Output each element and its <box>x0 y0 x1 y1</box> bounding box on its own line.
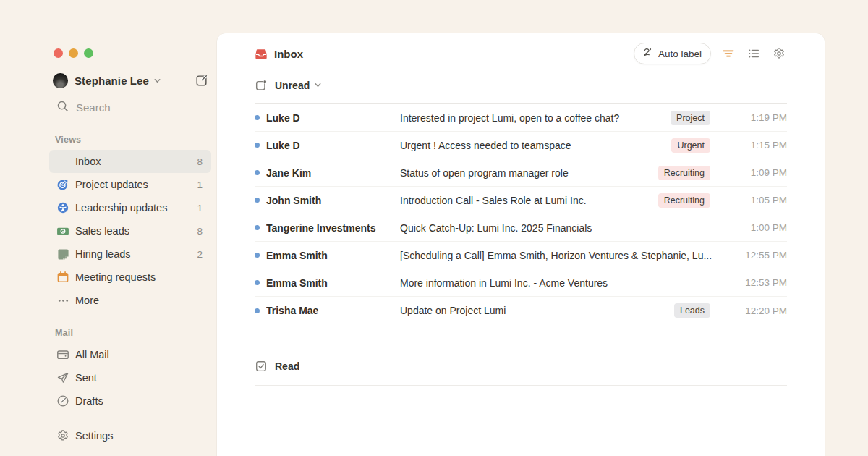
sidebar-item-label: Hiring leads <box>75 248 131 260</box>
sidebar-item-label: Sales leads <box>75 225 129 237</box>
sidebar-item-leadership-updates[interactable]: Leadership updates 1 <box>49 196 211 219</box>
inbox-tray-icon <box>56 155 69 168</box>
email-tag-badge: Project <box>671 111 710 125</box>
user-name: Stephanie Lee <box>75 75 149 87</box>
email-subject: More information in Lumi Inc. - Acme Ven… <box>400 277 722 289</box>
sidebar-item-inbox[interactable]: Inbox 8 <box>49 150 211 173</box>
note-icon <box>56 248 69 261</box>
email-sender: Luke D <box>266 140 400 151</box>
chevron-down-icon <box>314 79 322 92</box>
search-button[interactable]: Search <box>49 96 211 118</box>
app-window: Stephanie Lee Search Views Inbox 8 Proje… <box>0 0 868 456</box>
email-time: 12:55 PM <box>722 250 787 261</box>
email-time: 12:20 PM <box>722 305 787 316</box>
send-icon <box>56 371 69 384</box>
divider <box>255 385 787 386</box>
email-time: 1:00 PM <box>722 222 787 233</box>
email-time: 1:19 PM <box>722 112 787 123</box>
ellipsis-icon <box>56 294 69 307</box>
account-switcher[interactable]: Stephanie Lee <box>49 69 211 92</box>
email-sender: Luke D <box>266 112 400 124</box>
views-section-label: Views <box>55 135 211 145</box>
sidebar-item-all-mail[interactable]: All Mail <box>49 343 211 366</box>
item-count: 8 <box>197 226 203 237</box>
banknote-icon <box>56 224 69 237</box>
window-minimize-button[interactable] <box>69 48 78 58</box>
email-sender: Emma Smith <box>266 277 400 289</box>
item-count: 2 <box>197 249 203 260</box>
unread-group-header[interactable]: Unread <box>255 75 787 96</box>
email-row[interactable]: Tangerine Investments Quick Catch-Up: Lu… <box>255 214 787 242</box>
calendar-icon <box>56 271 69 284</box>
email-tag-badge: Recruiting <box>658 166 710 180</box>
sidebar-item-more[interactable]: More <box>49 289 211 312</box>
inbox-header: Inbox Auto label <box>255 33 787 74</box>
sidebar-item-label: All Mail <box>75 349 109 360</box>
chevron-down-icon <box>153 77 161 85</box>
sidebar-item-settings[interactable]: Settings <box>49 424 211 447</box>
unread-group-label: Unread <box>275 80 310 91</box>
sidebar-item-sent[interactable]: Sent <box>49 366 211 389</box>
email-row[interactable]: Luke D Urgent ! Access needed to teamspa… <box>255 132 787 159</box>
draft-icon <box>56 394 69 408</box>
unread-dot <box>255 198 260 203</box>
read-group-label: Read <box>275 360 299 372</box>
email-subject: Update on Project Lumi <box>400 305 674 316</box>
email-sender: Trisha Mae <box>266 305 400 316</box>
compose-icon[interactable] <box>192 71 211 90</box>
item-count: 8 <box>197 156 203 167</box>
email-time: 1:15 PM <box>722 140 787 151</box>
email-row[interactable]: Luke D Interested in project Lumi, open … <box>255 104 787 132</box>
email-row[interactable]: Emma Smith More information in Lumi Inc.… <box>255 269 787 297</box>
sidebar-item-sales-leads[interactable]: Sales leads 8 <box>49 219 211 242</box>
sidebar-item-hiring-leads[interactable]: Hiring leads 2 <box>49 242 211 266</box>
unread-dot <box>255 253 260 258</box>
sidebar-item-meeting-requests[interactable]: Meeting requests <box>49 266 211 289</box>
email-sender: Emma Smith <box>266 250 400 261</box>
avatar <box>53 73 68 88</box>
inbox-tray-icon <box>255 47 268 60</box>
email-tag-badge: Urgent <box>671 138 710 153</box>
window-close-button[interactable] <box>54 48 63 58</box>
page-title: Inbox <box>274 48 303 60</box>
auto-label-button[interactable]: Auto label <box>634 43 711 64</box>
divider <box>255 103 787 104</box>
unread-dot <box>255 170 260 175</box>
email-row[interactable]: Emma Smith [Scheduling a Call] Emma Smit… <box>255 242 787 269</box>
email-subject: Quick Catch-Up: Lumi Inc. 2025 Financial… <box>400 222 722 234</box>
unread-dot <box>255 225 260 230</box>
email-row[interactable]: Jane Kim Status of open program manager … <box>255 159 787 187</box>
email-tag-badge: Recruiting <box>658 193 710 208</box>
window-controls <box>54 48 211 58</box>
unread-dot <box>255 143 260 148</box>
unread-dot <box>255 115 260 120</box>
sidebar: Stephanie Lee Search Views Inbox 8 Proje… <box>0 0 217 456</box>
person-circle-icon <box>56 201 69 214</box>
filter-icon[interactable] <box>720 46 736 62</box>
views-list: Inbox 8 Project updates 1 Leadership upd… <box>49 150 211 312</box>
sidebar-item-label: Meeting requests <box>75 271 156 283</box>
window-zoom-button[interactable] <box>84 48 93 58</box>
sidebar-item-label: Sent <box>75 372 97 384</box>
list-icon[interactable] <box>746 46 762 62</box>
item-count: 1 <box>197 180 203 190</box>
email-row[interactable]: Trisha Mae Update on Project Lumi Leads … <box>255 297 787 324</box>
auto-label-text: Auto label <box>658 48 702 59</box>
email-row[interactable]: John Smith Introduction Call - Sales Rol… <box>255 187 787 214</box>
inbox-panel: Inbox Auto label Unread Luke D Intereste… <box>217 33 825 456</box>
read-group-header[interactable]: Read <box>255 356 787 376</box>
email-time: 1:09 PM <box>722 167 787 178</box>
sidebar-item-project-updates[interactable]: Project updates 1 <box>49 173 211 196</box>
sidebar-item-drafts[interactable]: Drafts <box>49 389 211 413</box>
checkbox-checked-icon <box>255 360 268 373</box>
email-sender: Tangerine Investments <box>266 222 400 234</box>
gear-icon[interactable] <box>771 46 787 62</box>
email-list: Luke D Interested in project Lumi, open … <box>255 104 787 324</box>
search-label: Search <box>76 101 111 114</box>
email-time: 1:05 PM <box>722 195 787 206</box>
email-tag-badge: Leads <box>674 303 710 318</box>
gear-icon <box>56 429 69 442</box>
unread-dot <box>255 308 260 313</box>
sidebar-item-label: Drafts <box>75 395 103 407</box>
header-actions: Auto label <box>634 43 787 64</box>
